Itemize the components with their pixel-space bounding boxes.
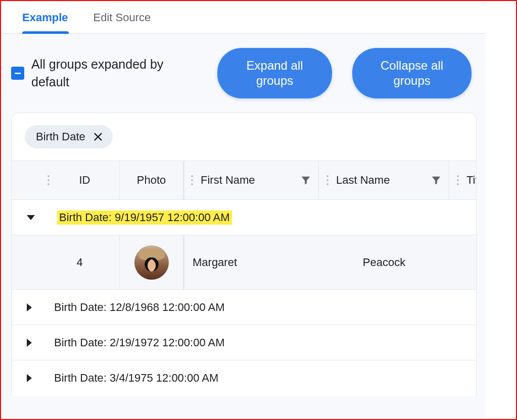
cell-id: 4: [40, 235, 120, 289]
group-header-text: Birth Date: 9/19/1957 12:00:00 AM: [57, 211, 232, 225]
svg-point-12: [457, 183, 459, 185]
header-first-name[interactable]: First Name: [183, 161, 319, 199]
chevron-right-icon[interactable]: [27, 303, 32, 311]
tab-example[interactable]: Example: [22, 11, 68, 33]
cell-first-name: Margaret: [183, 235, 319, 289]
column-menu-icon[interactable]: [456, 175, 459, 186]
svg-rect-0: [15, 73, 21, 74]
group-header-text: Birth Date: 3/4/1975 12:00:00 AM: [54, 372, 218, 385]
svg-point-5: [191, 179, 193, 181]
header-title[interactable]: Title: [449, 161, 476, 199]
grid-header-row: ID Photo First Name: [12, 161, 476, 200]
column-menu-icon[interactable]: [47, 175, 50, 186]
header-photo[interactable]: Photo: [120, 161, 183, 199]
expand-all-button[interactable]: Expand all groups: [217, 48, 332, 98]
section-title: All groups expanded by default: [31, 56, 203, 91]
header-expand-column: [12, 161, 40, 199]
group-row[interactable]: Birth Date: 2/19/1972 12:00:00 AM: [12, 325, 476, 360]
data-grid: Birth Date ID Photo: [11, 113, 477, 396]
header-photo-label: Photo: [127, 174, 176, 187]
chevron-right-icon[interactable]: [27, 339, 32, 347]
svg-point-4: [191, 175, 193, 177]
group-row[interactable]: Birth Date: 3/4/1975 12:00:00 AM: [12, 360, 476, 396]
cell-title: Sal: [449, 235, 476, 289]
column-menu-icon[interactable]: [326, 175, 329, 186]
top-bar: All groups expanded by default Expand al…: [2, 34, 486, 113]
group-panel: Birth Date: [12, 113, 476, 161]
svg-point-10: [457, 175, 459, 177]
content-area: Example Edit Source All groups expanded …: [2, 2, 486, 418]
group-header-text: Birth Date: 12/8/1968 12:00:00 AM: [54, 301, 225, 314]
svg-point-9: [326, 183, 328, 185]
cell-photo: [120, 235, 183, 289]
header-id-label: ID: [57, 174, 112, 187]
tab-edit-source[interactable]: Edit Source: [93, 11, 151, 33]
group-header-text: Birth Date: 2/19/1972 12:00:00 AM: [54, 336, 225, 349]
app-frame: Example Edit Source All groups expanded …: [0, 0, 517, 420]
chevron-right-icon[interactable]: [27, 374, 32, 382]
svg-point-6: [191, 183, 193, 185]
group-row[interactable]: Birth Date: 9/19/1957 12:00:00 AM: [12, 200, 476, 235]
collapse-all-button[interactable]: Collapse all groups: [352, 48, 472, 98]
header-first-name-label: First Name: [201, 174, 300, 187]
table-row[interactable]: 4 Margaret Peacock Sal: [12, 235, 476, 290]
group-chip-birth-date[interactable]: Birth Date: [25, 125, 113, 148]
header-last-name-label: Last Name: [336, 174, 431, 187]
chevron-down-icon[interactable]: [27, 215, 35, 220]
tabs-bar: Example Edit Source: [2, 2, 486, 34]
minus-icon: [14, 69, 22, 77]
header-title-label: Title: [466, 174, 476, 187]
svg-point-11: [457, 179, 459, 181]
section-collapse-toggle[interactable]: [11, 67, 24, 80]
svg-point-2: [48, 179, 50, 181]
header-last-name[interactable]: Last Name: [319, 161, 449, 199]
svg-point-8: [326, 179, 328, 181]
cell-last-name: Peacock: [319, 235, 449, 289]
group-chip-label: Birth Date: [36, 130, 85, 143]
filter-icon[interactable]: [431, 175, 442, 186]
filter-icon[interactable]: [300, 175, 311, 186]
svg-point-1: [48, 175, 50, 177]
svg-point-7: [326, 175, 328, 177]
group-row[interactable]: Birth Date: 12/8/1968 12:00:00 AM: [12, 290, 476, 325]
avatar: [134, 245, 169, 280]
remove-group-icon[interactable]: [92, 131, 104, 142]
svg-point-3: [48, 183, 50, 185]
cell-expand: [12, 235, 40, 289]
column-menu-icon[interactable]: [191, 175, 194, 186]
header-id[interactable]: ID: [40, 161, 120, 199]
